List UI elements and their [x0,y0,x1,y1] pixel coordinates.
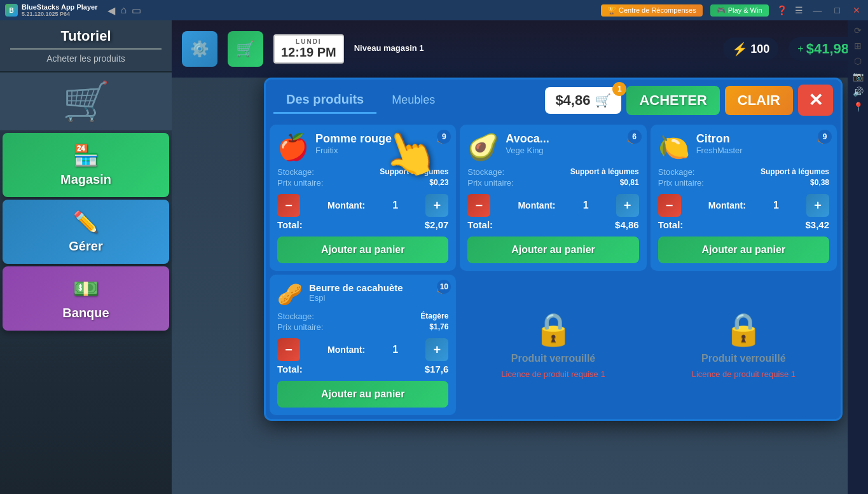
product-badge-citron: 9 [818,130,832,144]
right-icon-5[interactable]: 🔊 [853,86,864,97]
product-info-beurre: Beurre de cacahuète Espi [309,282,429,303]
tutorial-divider [10,48,162,50]
left-sidebar: Tutoriel Acheter les produits 🛒 🏪 Magasi… [0,20,172,494]
right-icon-2[interactable]: ⊞ [854,41,862,51]
minus-button-beurre[interactable]: − [277,338,300,361]
level-text: Niveau magasin 1 [354,43,713,53]
shop-button[interactable]: 🛒 [228,31,263,67]
cart-icon-small: 🛒 [595,93,611,108]
add-to-cart-beurre[interactable]: Ajouter au panier [277,381,448,408]
right-icon-4[interactable]: 📷 [853,71,864,81]
montant-value-citron: 1 [773,200,779,211]
product-info-citron: Citron FreshMaster [696,132,810,155]
stockage-label-pomme: Stockage: [277,167,314,177]
bluestacks-icon: B [5,4,18,17]
tab-meubles[interactable]: Meubles [382,88,445,112]
gamepad-icon: 🎮 [717,6,726,15]
montant-label-avocat: Montant: [518,200,555,210]
level-section: Niveau magasin 1 [354,43,713,55]
day-label: LUNDI [281,38,336,45]
product-brand-citron: FreshMaster [696,146,810,155]
gerer-label: Gérer [69,239,102,254]
sidebar-item-gerer[interactable]: ✏️ Gérer [3,200,169,264]
product-name-avocat: Avoca... [506,132,619,146]
prix-row-pomme: Prix unitaire: $0,23 [277,178,448,188]
cart-display-area: 🛒 [0,72,172,130]
banque-icon: 💵 [73,277,99,301]
product-header-citron: 🍋 Citron FreshMaster 📦 [658,132,829,162]
right-icon-1[interactable]: ⟳ [854,25,862,36]
plus-button-pomme[interactable]: + [425,194,448,217]
cart-price-box: $4,86 🛒 1 [545,87,621,114]
minus-button-pomme[interactable]: − [277,194,300,217]
stockage-row-avocat: Stockage: Support à légumes [467,167,638,177]
total-row-citron: Total: $3,42 [658,219,829,230]
sidebar-item-magasin[interactable]: 🏪 Magasin [3,133,169,197]
quantity-row-beurre: − Montant: 1 + [277,338,448,361]
back-icon[interactable]: ◀ [107,4,115,17]
quantity-row-pomme: − Montant: 1 + [277,194,448,217]
minus-button-citron[interactable]: − [658,194,681,217]
prix-label-avocat: Prix unitaire: [467,178,513,188]
minimize-icon[interactable]: — [811,5,825,15]
total-label-avocat: Total: [467,219,493,230]
menu-icon[interactable]: ☰ [795,5,803,15]
stockage-row-beurre: Stockage: Étagère [277,312,448,321]
product-card-pomme-rouge: 9 🍎 Pomme rouge Fruitix 📦 Stockage: Supp… [270,125,456,271]
montant-value-pomme: 1 [392,200,398,211]
acheter-button[interactable]: ACHETER [626,86,719,115]
play-win-label: Play & Win [728,6,762,14]
maximize-icon[interactable]: □ [832,5,843,15]
clair-button[interactable]: CLAIR [725,86,793,115]
tab-des-produits[interactable]: Des produits [273,87,376,114]
product-badge-pomme: 9 [437,130,451,144]
plus-button-beurre[interactable]: + [425,338,448,361]
product-info-avocat: Avoca... Vege King [506,132,619,155]
product-details-avocat: Stockage: Support à légumes Prix unitair… [467,167,638,188]
total-value-citron: $3,42 [805,219,829,230]
add-to-cart-pomme[interactable]: Ajouter au panier [277,237,448,263]
play-win-button[interactable]: 🎮 Play & Win [710,4,769,17]
total-label-pomme: Total: [277,219,303,230]
sidebar-item-banque[interactable]: 💵 Banque [3,266,169,331]
product-info-pomme: Pomme rouge Fruitix [315,132,429,155]
tutorial-title: Tutoriel [10,28,162,45]
datetime-box: LUNDI 12:19 PM [273,34,344,64]
reward-button[interactable]: 🏆 Centre de Récompenses [601,4,703,17]
money-amount: $41,98 [806,41,849,57]
bluestacks-logo: B BlueStacks App Player 5.21.120.1025 P6… [5,3,97,17]
add-to-cart-citron[interactable]: Ajouter au panier [658,237,829,263]
modal-header: Des produits Meubles $4,86 🛒 1 ACHETER C… [266,79,841,121]
add-to-cart-avocat[interactable]: Ajouter au panier [467,237,638,263]
help-icon[interactable]: ❓ [776,5,787,15]
license-label-2: Licence de produit requise 1 [692,369,796,379]
stockage-value-pomme: Support à légumes [380,167,448,177]
plus-button-avocat[interactable]: + [616,194,639,217]
settings-button[interactable]: ⚙️ [182,31,217,67]
home-icon[interactable]: ⌂ [120,4,127,16]
top-bar-nav: ◀ ⌂ ▭ [107,4,141,17]
right-icon-3[interactable]: ⬡ [854,56,862,66]
banque-label: Banque [62,306,109,320]
window-icon[interactable]: ▭ [132,4,141,17]
product-name-pomme: Pomme rouge [315,132,429,146]
right-side-icons: ⟳ ⊞ ⬡ 📷 🔊 📍 [848,20,868,494]
quantity-row-citron: − Montant: 1 + [658,194,829,217]
locked-label-1: Produit verrouillé [511,353,595,364]
minus-button-avocat[interactable]: − [467,194,490,217]
close-icon[interactable]: ✕ [850,5,863,15]
lock-icon-2: 🔒 [724,311,763,348]
product-badge-beurre: 10 [437,280,451,294]
total-label-citron: Total: [658,219,684,230]
stockage-label-citron: Stockage: [658,167,695,177]
product-brand-pomme: Fruitix [315,146,429,155]
tutorial-section: Tutoriel Acheter les produits [0,20,172,72]
product-badge-avocat: 6 [628,130,642,144]
plus-button-citron[interactable]: + [806,194,829,217]
product-card-avocat: 6 🥑 Avoca... Vege King 📦 Stockage: Suppo… [460,125,646,271]
close-modal-button[interactable]: ✕ [798,85,833,116]
prix-value-pomme: $0,23 [429,178,448,188]
right-icon-6[interactable]: 📍 [853,102,864,112]
lightning-amount: 100 [750,43,769,56]
nav-buttons: 🏪 Magasin ✏️ Gérer 💵 Banque [0,130,172,333]
